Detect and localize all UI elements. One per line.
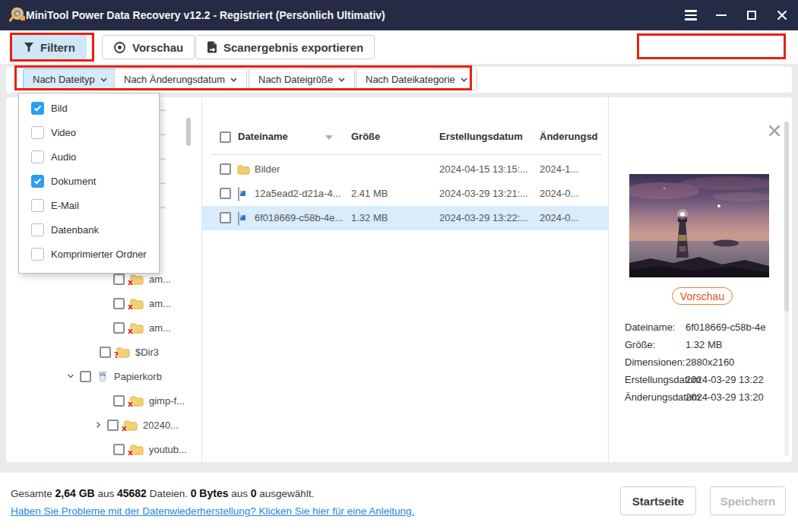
column-header-size[interactable]: Größe [351, 131, 380, 142]
menu-icon[interactable] [681, 5, 701, 25]
checkbox[interactable] [113, 395, 125, 407]
filter-category-label: Nach Dateikategorie [366, 74, 455, 85]
deleted-folder-icon: x [130, 322, 144, 334]
preview-scrollbar-thumb[interactable] [784, 122, 789, 312]
tree-item-am-3[interactable]: x am... [113, 318, 171, 337]
file-name: 6f018669-c58b-4e... [255, 212, 343, 223]
filter-by-type-dropdown[interactable]: Nach Dateityp [23, 68, 117, 90]
file-modified: 2024-0... [540, 212, 578, 223]
filter-type-label: Nach Dateityp [33, 74, 95, 85]
help-link[interactable]: Haben Sie Probleme mit der Datenwiederhe… [11, 505, 414, 517]
tree-item-papierkorb[interactable]: Papierkorb [67, 366, 162, 386]
detail-value: 2024-03-29 13:20 [686, 391, 784, 403]
chevron-expanded-icon[interactable] [67, 372, 74, 380]
file-name: Bilder [255, 163, 280, 175]
tree-item-20240[interactable]: x 20240... [94, 415, 179, 435]
title-bar: MiniTool Power Data Recovery v12.2 - Reg… [0, 0, 798, 30]
checkbox[interactable] [220, 188, 231, 199]
tree-item-dir3[interactable]: ? $Dir3 [100, 342, 159, 362]
checkbox-unchecked[interactable] [31, 248, 44, 261]
minimize-icon[interactable] [711, 5, 731, 25]
checkbox-checked[interactable] [31, 175, 44, 188]
filter-bar: Nach Dateityp Nach Änderungsdatum Nach D… [6, 67, 792, 93]
column-header-name[interactable]: Dateiname [238, 131, 288, 142]
checkbox[interactable] [100, 347, 111, 358]
dropdown-item-datenbank[interactable]: Datenbank [19, 217, 159, 242]
tree-item-label: 20240... [143, 420, 179, 431]
covered-tree-label-fragment: .. [160, 151, 166, 162]
chevron-down-icon [461, 78, 467, 82]
checkbox[interactable] [113, 274, 125, 285]
dropdown-item-audio[interactable]: Audio [19, 144, 159, 169]
detail-value: 6f018669-c58b-4e [686, 321, 784, 333]
checkbox-unchecked[interactable] [31, 126, 44, 139]
tree-item-label: am... [149, 274, 171, 285]
filter-by-category-dropdown[interactable]: Nach Dateikategorie [356, 68, 477, 90]
file-size: 2.41 MB [351, 188, 388, 199]
checkbox-unchecked[interactable] [31, 199, 44, 212]
preview-pill-button[interactable]: Vorschau [672, 287, 733, 305]
export-button-label: Scanergebnis exportieren [223, 41, 363, 54]
image-file-icon [238, 211, 239, 226]
close-icon[interactable] [772, 5, 792, 25]
table-row-bilder[interactable]: Bilder 2024-04-15 13:15:... 2024-1... [201, 157, 608, 182]
tree-item-label: youtub... [149, 444, 187, 455]
filter-funnel-icon [24, 42, 34, 52]
column-header-created[interactable]: Erstellungsdatum [439, 131, 523, 142]
home-button[interactable]: Startseite [620, 486, 696, 515]
detail-value: 2024-03-29 13:22 [686, 374, 784, 385]
chevron-down-icon [230, 78, 237, 82]
tree-item-youtube[interactable]: x youtub... [113, 439, 187, 459]
tree-item-am-2[interactable]: x am... [113, 293, 171, 313]
checkbox[interactable] [113, 298, 125, 309]
close-preview-icon[interactable] [768, 124, 781, 138]
checkbox[interactable] [113, 444, 125, 455]
chevron-collapsed-icon[interactable] [94, 421, 102, 429]
filter-button[interactable]: Filtern [12, 35, 87, 59]
scan-summary-text: Gesamte 2,64 GB aus 45682 Dateien. 0 Byt… [11, 487, 314, 499]
dropdown-item-komprimierter-ordner[interactable]: Komprimierter Ordner [19, 242, 159, 266]
filter-button-label: Filtern [40, 41, 75, 54]
checkbox-checked[interactable] [31, 102, 44, 115]
table-preview-divider [608, 97, 609, 462]
column-header-modified[interactable]: Änderungsd [540, 131, 598, 142]
detail-value: 1.32 MB [686, 339, 784, 350]
export-file-icon [207, 41, 217, 53]
window-title: MiniTool Power Data Recovery v12.2 - Reg… [26, 9, 385, 21]
preview-button[interactable]: Vorschau [102, 35, 195, 59]
checkbox[interactable] [107, 420, 119, 431]
detail-value: 2880x2160 [686, 356, 784, 368]
detail-label: Größe: [625, 339, 655, 350]
hamburger-icon [685, 10, 697, 21]
sort-descending-icon[interactable] [325, 135, 333, 140]
file-modified: 2024-1... [540, 163, 578, 175]
dropdown-item-bild[interactable]: Bild [19, 96, 159, 120]
filter-by-modified-date-dropdown[interactable]: Nach Änderungsdatum [114, 68, 247, 90]
file-created: 2024-03-29 13:21:... [439, 188, 528, 199]
filter-by-size-dropdown[interactable]: Nach Dateigröße [249, 68, 355, 90]
dropdown-item-email[interactable]: E-Mail [19, 193, 159, 217]
table-row-12a5ead2[interactable]: 12a5ead2-d21a-4... 2.41 MB 2024-03-29 13… [201, 182, 608, 206]
save-button-disabled[interactable]: Speichern [710, 486, 786, 515]
tree-item-label: gimp-f... [149, 395, 185, 407]
select-all-checkbox[interactable] [220, 131, 231, 143]
checkbox[interactable] [80, 371, 91, 382]
tree-item-label: Papierkorb [114, 371, 162, 382]
export-scan-result-button[interactable]: Scanergebnis exportieren [195, 35, 375, 59]
toolbar: Filtern Vorschau Scanergebnis exportiere… [0, 30, 798, 64]
tree-item-gimp[interactable]: x gimp-f... [113, 391, 185, 410]
deleted-folder-icon: x [130, 298, 144, 309]
checkbox[interactable] [220, 163, 231, 175]
maximize-icon[interactable] [742, 5, 762, 25]
checkbox-unchecked[interactable] [31, 223, 44, 236]
checkbox[interactable] [113, 322, 125, 334]
dropdown-item-video[interactable]: Video [19, 120, 159, 144]
recycle-bin-icon [97, 370, 109, 382]
dropdown-item-dokument[interactable]: Dokument [19, 169, 159, 193]
checkbox[interactable] [220, 212, 231, 223]
table-row-6f018669-selected[interactable]: 6f018669-c58b-4e... 1.32 MB 2024-03-29 1… [201, 206, 608, 230]
tree-item-label: $Dir3 [135, 347, 159, 358]
preview-image-lighthouse[interactable] [629, 174, 769, 277]
tree-scrollbar[interactable] [186, 118, 191, 146]
checkbox-unchecked[interactable] [31, 150, 44, 163]
